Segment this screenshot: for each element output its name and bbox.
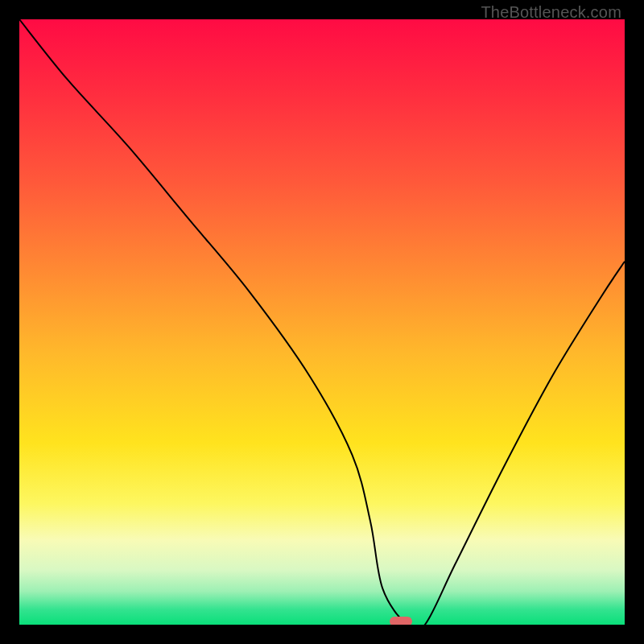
chart-container: TheBottleneck.com xyxy=(0,0,644,644)
curve-layer xyxy=(19,19,625,625)
bottleneck-curve xyxy=(19,19,625,625)
optimal-marker xyxy=(390,617,412,625)
plot-area xyxy=(19,19,625,625)
